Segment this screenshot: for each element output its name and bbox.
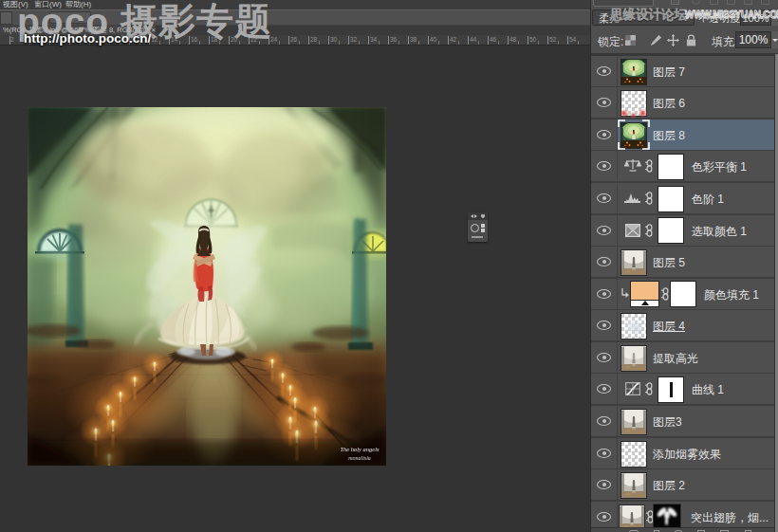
svg-text:The holy angels: The holy angels [340,446,380,452]
svg-text:monalisia: monalisia [348,455,371,461]
